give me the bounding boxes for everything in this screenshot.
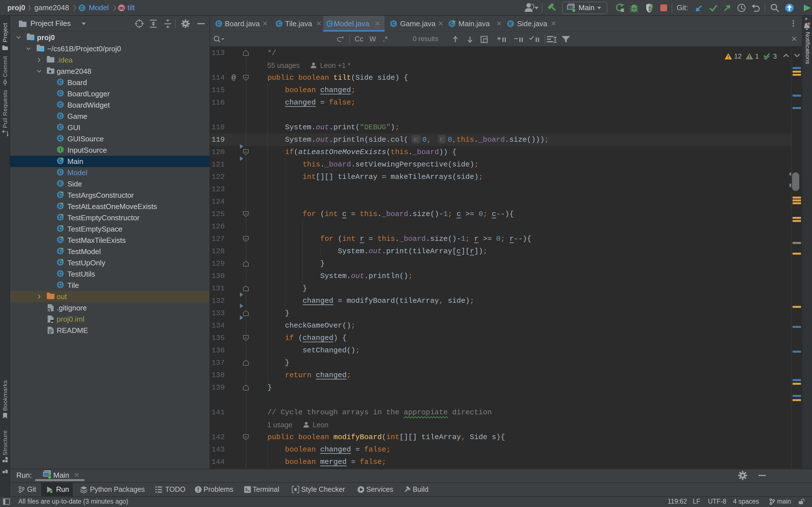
svg-text:C: C [328, 21, 331, 26]
svg-text:C: C [59, 282, 62, 288]
svg-text:I: I [60, 147, 61, 152]
svg-text:C: C [217, 21, 220, 26]
svg-text:C: C [80, 5, 84, 11]
svg-text:C: C [59, 170, 62, 175]
svg-text:C: C [392, 21, 395, 26]
svg-text:E: E [509, 21, 512, 26]
svg-text:C: C [59, 136, 62, 141]
svg-text:m: m [119, 5, 123, 11]
svg-text:C: C [277, 21, 281, 26]
svg-text:C: C [59, 102, 62, 107]
svg-text:C: C [59, 113, 62, 119]
svg-text:C: C [59, 91, 62, 96]
svg-text:E: E [59, 181, 62, 186]
svg-text:C: C [59, 79, 62, 85]
svg-text:C: C [59, 271, 62, 276]
svg-text:C: C [59, 124, 62, 130]
